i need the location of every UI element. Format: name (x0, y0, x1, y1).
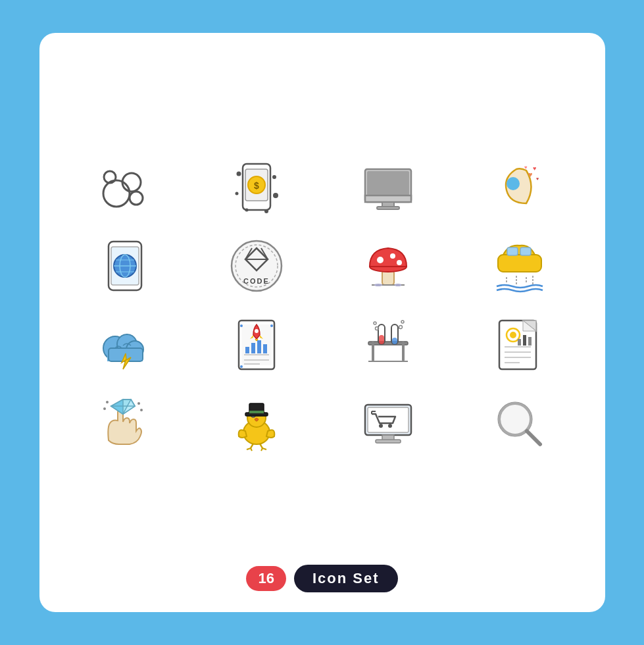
svg-point-122 (388, 424, 392, 428)
icon-cell-world-app (72, 236, 178, 296)
svg-line-116 (261, 448, 262, 451)
svg-point-101 (137, 402, 140, 405)
svg-rect-73 (372, 342, 374, 361)
svg-point-41 (390, 253, 395, 259)
svg-point-10 (235, 192, 238, 195)
svg-rect-38 (382, 271, 394, 285)
svg-point-0 (103, 180, 130, 207)
svg-rect-16 (365, 195, 411, 202)
icon-cell-bird (204, 394, 309, 453)
svg-rect-74 (402, 342, 405, 361)
svg-rect-94 (523, 335, 526, 346)
svg-line-111 (251, 444, 253, 448)
svg-point-19 (507, 177, 520, 190)
svg-point-45 (395, 284, 401, 286)
svg-text:♥: ♥ (528, 170, 533, 178)
icon-cell-startup-doc (204, 315, 309, 374)
svg-point-81 (399, 326, 402, 329)
svg-marker-97 (111, 400, 123, 414)
svg-text:$: $ (254, 180, 259, 191)
svg-rect-65 (251, 343, 255, 353)
count-badge: 16 (246, 566, 285, 591)
svg-point-71 (240, 365, 243, 368)
footer: 16 Icon Set (246, 565, 397, 592)
svg-point-102 (103, 407, 106, 410)
icon-cell-bubbles (72, 157, 178, 217)
icon-set-label: Icon Set (294, 565, 398, 592)
svg-line-114 (251, 448, 252, 451)
svg-text:♥: ♥ (536, 176, 539, 181)
svg-point-69 (240, 324, 243, 327)
svg-line-113 (247, 448, 251, 450)
svg-rect-47 (507, 247, 518, 255)
card: $ (39, 33, 605, 612)
svg-rect-46 (498, 255, 541, 272)
svg-point-103 (140, 409, 143, 411)
svg-point-40 (377, 257, 384, 263)
svg-line-115 (262, 448, 266, 450)
svg-rect-110 (249, 411, 264, 413)
svg-point-42 (397, 260, 402, 265)
icon-cell-mushroom (335, 236, 441, 296)
icon-cell-moon-love: ♥ ♥ ♥ ♥ (467, 157, 572, 217)
icon-cell-flying-car (467, 236, 572, 296)
svg-line-112 (260, 444, 262, 448)
icon-cell-report-doc (467, 315, 572, 374)
svg-point-2 (130, 192, 143, 205)
svg-point-68 (255, 329, 259, 333)
icon-cell-monitor (335, 157, 441, 217)
svg-point-80 (374, 322, 376, 324)
svg-rect-15 (367, 171, 409, 199)
svg-point-1 (122, 173, 141, 192)
svg-rect-67 (263, 344, 267, 353)
svg-point-70 (270, 324, 273, 327)
svg-point-121 (379, 424, 383, 428)
svg-point-82 (401, 321, 404, 323)
icon-cell-lab-tubes (335, 315, 441, 374)
icon-grid: $ (72, 59, 572, 552)
icon-cell-diamond-hand (72, 394, 178, 453)
svg-rect-64 (245, 347, 249, 353)
svg-point-44 (374, 284, 382, 286)
svg-text:♥: ♥ (524, 165, 528, 170)
svg-rect-93 (518, 339, 521, 346)
svg-rect-18 (377, 207, 399, 209)
svg-point-12 (245, 209, 248, 212)
svg-rect-66 (257, 340, 261, 353)
svg-line-127 (527, 431, 540, 444)
icon-cell-brain-storm (72, 315, 178, 374)
svg-point-9 (272, 175, 276, 179)
svg-rect-78 (392, 338, 397, 344)
svg-point-11 (273, 193, 278, 198)
svg-rect-95 (528, 337, 532, 346)
svg-point-13 (264, 209, 268, 213)
svg-rect-48 (520, 247, 531, 255)
svg-point-100 (106, 401, 109, 403)
svg-text:CODE: CODE (243, 277, 270, 285)
icon-cell-code-badge: CODE (204, 236, 309, 296)
svg-rect-76 (379, 335, 384, 344)
svg-point-88 (510, 332, 516, 338)
svg-rect-120 (376, 440, 401, 443)
svg-point-8 (236, 172, 241, 176)
svg-text:♥: ♥ (533, 165, 536, 172)
icon-cell-taxi-app: $ (204, 157, 309, 217)
icon-cell-online-shop (335, 394, 441, 453)
svg-point-79 (375, 327, 378, 330)
icon-cell-search (467, 394, 572, 453)
